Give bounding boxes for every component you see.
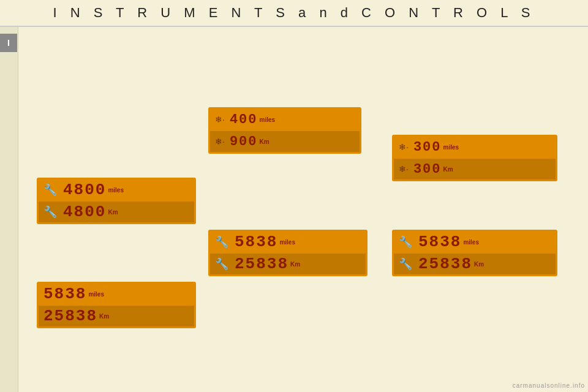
unit-miles-1: miles <box>260 116 276 123</box>
display-row: ❄· 400 miles <box>210 109 360 130</box>
snowflake-icon-1: ❄· <box>215 115 225 124</box>
tab-label: I <box>7 38 10 48</box>
page-title: I N S T R U M E N T S a n d C O N T R O … <box>53 5 535 21</box>
watermark-text: carmanualsonline.info <box>513 382 585 389</box>
value-4800-miles: 4800 <box>63 181 106 199</box>
display-row-bl1: 5838 miles <box>39 284 194 304</box>
unit-miles-bl1: miles <box>88 291 104 298</box>
value-900: 900 <box>230 134 258 149</box>
value-5838-miles-r: 5838 <box>418 233 461 251</box>
unit-miles-tr1: miles <box>443 144 459 151</box>
panel-top-center: ❄· 400 miles ❄· 900 Km <box>208 107 361 154</box>
display-row-mr2: 🔧 25838 Km <box>394 254 556 274</box>
snowflake-icon-3: ❄· <box>399 142 409 152</box>
wrench-icon-1: 🔧 <box>43 183 57 197</box>
wrench-icon-2: 🔧 <box>43 205 57 219</box>
value-400: 400 <box>230 112 258 127</box>
wrench-icon-3: 🔧 <box>215 235 228 249</box>
wrench-icon-4: 🔧 <box>215 257 228 271</box>
value-25838-km-r: 25838 <box>418 255 472 273</box>
display-row-mr1: 🔧 5838 miles <box>394 232 556 252</box>
unit-km-1: Km <box>260 138 270 145</box>
wrench-icon-5: 🔧 <box>399 235 412 249</box>
panel-bot-left: 5838 miles 25838 Km <box>37 282 196 328</box>
wrench-icon-6: 🔧 <box>399 257 412 271</box>
panel-top-right: ❄· 300 miles ❄· 300 Km <box>392 135 557 181</box>
panel-mid-left: 🔧 4800 miles 🔧 4800 Km <box>37 178 196 224</box>
value-25838-km-c: 25838 <box>235 255 288 273</box>
section-tab: I <box>0 34 17 52</box>
value-5838-miles-bl: 5838 <box>43 285 86 303</box>
unit-miles-mr1: miles <box>463 239 479 246</box>
watermark: carmanualsonline.info <box>513 382 585 389</box>
display-row-ml2: 🔧 4800 Km <box>39 202 194 222</box>
unit-km-mr2: Km <box>474 261 484 268</box>
panel-mid-center: 🔧 5838 miles 🔧 25838 Km <box>208 230 368 276</box>
unit-km-tr2: Km <box>443 166 453 173</box>
unit-miles-ml1: miles <box>108 187 124 194</box>
unit-km-ml2: Km <box>108 209 118 216</box>
value-5838-miles-c: 5838 <box>235 233 277 251</box>
unit-km-mc2: Km <box>290 261 300 268</box>
left-sidebar <box>0 0 18 392</box>
value-300-miles: 300 <box>413 140 442 155</box>
display-row-tr2: ❄· 300 Km <box>394 159 556 179</box>
display-row-2: ❄· 900 Km <box>210 131 360 152</box>
snowflake-icon-2: ❄· <box>215 137 225 146</box>
display-row-ml1: 🔧 4800 miles <box>39 179 194 200</box>
header-bar: I N S T R U M E N T S a n d C O N T R O … <box>0 0 588 27</box>
unit-km-bl2: Km <box>99 313 109 320</box>
display-row-mc1: 🔧 5838 miles <box>210 232 366 252</box>
unit-miles-mc1: miles <box>279 239 295 246</box>
display-row-bl2: 25838 Km <box>39 306 194 326</box>
panel-mid-right: 🔧 5838 miles 🔧 25838 Km <box>392 230 557 276</box>
value-300-km: 300 <box>413 162 442 177</box>
display-row-tr1: ❄· 300 miles <box>394 137 556 157</box>
display-row-mc2: 🔧 25838 Km <box>210 254 366 274</box>
value-4800-km: 4800 <box>63 203 106 221</box>
value-25838-km-bl: 25838 <box>43 307 97 325</box>
snowflake-icon-4: ❄· <box>399 164 409 174</box>
